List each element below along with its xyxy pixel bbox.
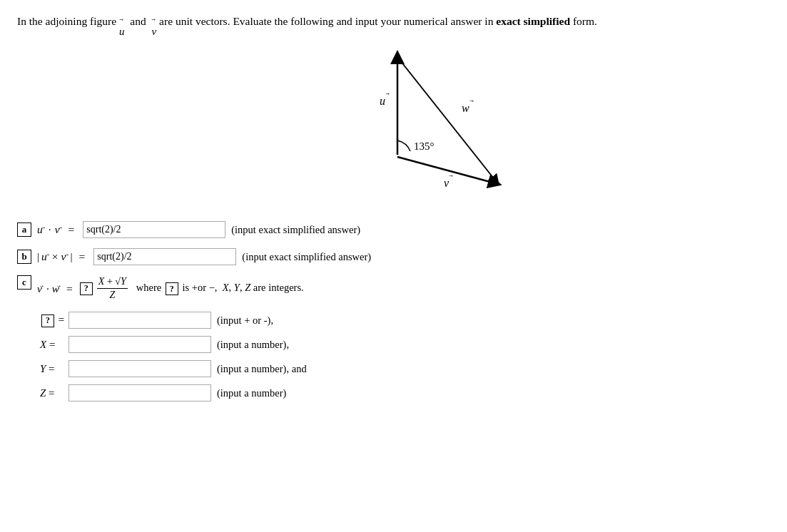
sub-x-input[interactable]: [68, 336, 211, 353]
part-c-row: c v⃗ · w⃗ = ? X + √Y Z where ? is +or −,…: [17, 275, 770, 302]
part-c-sub-inputs: ? = (input + or -), X = (input a number)…: [40, 312, 770, 401]
u-fig-label: u ⃗: [380, 93, 390, 107]
intro-bold: exact simplified: [496, 15, 570, 27]
figure-area: 135° u ⃗ v ⃗ w ⃗: [17, 44, 770, 208]
intro-text-after: are unit vectors. Evaluate the following…: [159, 15, 496, 27]
and-text: and: [130, 15, 146, 27]
part-c-label: c: [17, 275, 31, 290]
sub-z-label: Z =: [40, 387, 68, 399]
sub-z-hint: (input a number): [217, 387, 286, 399]
v-fig-label: v ⃗: [444, 175, 453, 189]
sub-input-z-row: Z = (input a number): [40, 384, 770, 401]
parts-container: a u⃗ · v⃗ = (input exact simplified answ…: [17, 221, 770, 401]
svg-line-2: [397, 57, 496, 181]
part-c-question-box: ?: [80, 282, 93, 295]
figure-svg: 135° u ⃗ v ⃗ w ⃗: [258, 44, 529, 208]
sub-y-label: Y =: [40, 363, 68, 375]
sub-input-y-row: Y = (input a number), and: [40, 360, 770, 377]
w-fig-label: w ⃗: [462, 100, 474, 114]
sub-question-hint: (input + or -),: [217, 314, 273, 327]
u-vector-label: ⃗ u: [119, 19, 125, 37]
sub-x-label: X =: [40, 339, 68, 351]
v-vector-label: ⃗ v: [152, 19, 157, 37]
part-a-row: a u⃗ · v⃗ = (input exact simplified answ…: [17, 221, 770, 238]
intro-text-before: In the adjoining figure: [17, 15, 119, 27]
part-a-label: a: [17, 222, 31, 237]
angle-label: 135°: [414, 140, 435, 152]
part-b-label: b: [17, 250, 31, 264]
sub-x-hint: (input a number),: [217, 339, 289, 351]
intro-text-end: form.: [570, 15, 597, 27]
part-a-input[interactable]: [83, 221, 225, 238]
part-c-expr: v⃗ · w⃗ = ? X + √Y Z where ? is +or −, X…: [37, 275, 304, 302]
part-a-expr: u⃗ · v⃗ =: [37, 223, 78, 236]
part-c-where-question-box: ?: [166, 282, 178, 295]
part-b-row: b |u⃗ × v⃗| = (input exact simplified an…: [17, 248, 770, 265]
sub-input-question-row: ? = (input + or -),: [40, 312, 770, 329]
intro-paragraph: In the adjoining figure ⃗ u and ⃗ v are …: [17, 13, 770, 37]
part-b-input[interactable]: [93, 248, 236, 265]
sub-y-hint: (input a number), and: [217, 363, 307, 375]
part-b-expr: |u⃗ × v⃗| =: [37, 250, 89, 263]
sub-y-input[interactable]: [68, 360, 211, 377]
sub-z-input[interactable]: [68, 384, 211, 401]
part-a-hint: (input exact simplified answer): [231, 224, 360, 236]
part-b-hint: (input exact simplified answer): [242, 251, 371, 263]
sub-question-input[interactable]: [68, 312, 211, 329]
sub-question-label: ? =: [40, 314, 68, 327]
sub-input-x-row: X = (input a number),: [40, 336, 770, 353]
